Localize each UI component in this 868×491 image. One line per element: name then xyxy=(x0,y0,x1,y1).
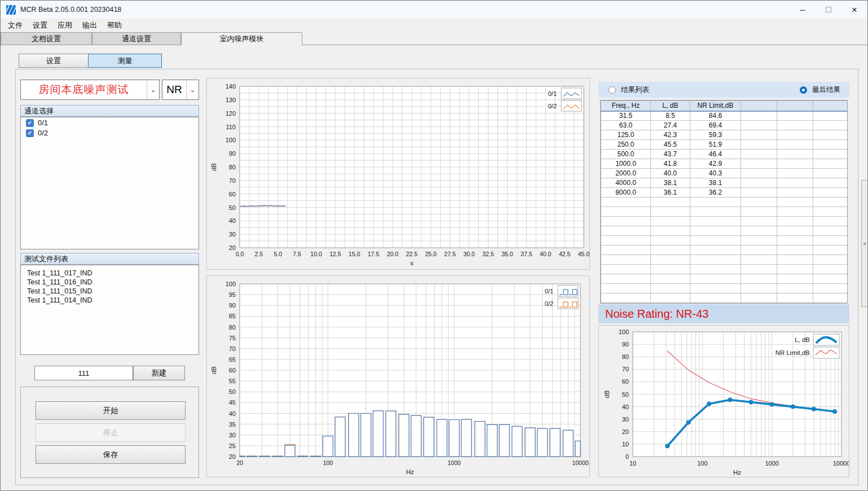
table-cell[interactable] xyxy=(777,178,813,188)
table-cell[interactable] xyxy=(651,217,690,226)
table-cell[interactable] xyxy=(741,178,777,188)
table-cell[interactable] xyxy=(813,236,848,246)
table-cell[interactable] xyxy=(777,121,813,130)
table-cell[interactable]: 63.0 xyxy=(601,121,651,130)
tab-document-settings[interactable]: 文档设置 xyxy=(1,32,92,45)
table-cell[interactable] xyxy=(651,274,690,284)
table-cell[interactable] xyxy=(813,121,848,130)
chevron-down-icon[interactable]: ⌄ xyxy=(186,80,199,99)
table-cell[interactable] xyxy=(813,246,848,255)
chevron-down-icon[interactable]: ⌄ xyxy=(147,80,159,99)
table-cell[interactable] xyxy=(651,255,690,265)
radio-last-result[interactable] xyxy=(800,86,807,94)
maximize-button[interactable] xyxy=(816,1,841,19)
table-row[interactable] xyxy=(601,265,848,274)
table-cell[interactable] xyxy=(777,274,813,284)
table-cell[interactable]: 51.9 xyxy=(690,140,741,150)
table-cell[interactable] xyxy=(690,226,741,236)
test-type-combobox[interactable]: 房间本底噪声测试 ⌄ xyxy=(20,80,160,100)
table-cell[interactable]: 40.0 xyxy=(651,169,690,178)
table-cell[interactable] xyxy=(741,150,777,159)
channel-item[interactable]: ✔ 0/1 xyxy=(21,117,199,128)
table-cell[interactable] xyxy=(813,188,848,198)
table-cell[interactable]: 69.4 xyxy=(690,121,741,130)
menu-settings[interactable]: 设置 xyxy=(28,19,52,32)
table-cell[interactable] xyxy=(777,159,813,169)
table-cell[interactable] xyxy=(813,265,848,274)
table-cell[interactable]: 40.3 xyxy=(690,169,741,178)
table-row[interactable] xyxy=(601,236,848,246)
table-row[interactable]: 250.045.551.9 xyxy=(601,140,848,150)
table-cell[interactable] xyxy=(813,293,848,303)
table-cell[interactable] xyxy=(741,169,777,178)
table-cell[interactable] xyxy=(741,274,777,284)
table-cell[interactable] xyxy=(777,217,813,226)
table-row[interactable] xyxy=(601,207,848,217)
table-cell[interactable] xyxy=(690,284,741,293)
table-cell[interactable] xyxy=(741,246,777,255)
radio-result-list[interactable] xyxy=(609,86,616,94)
table-cell[interactable] xyxy=(741,121,777,130)
table-cell[interactable] xyxy=(741,159,777,169)
results-table[interactable]: Freq., HzL, dBNR Limit,dB 31.58.584.6 63… xyxy=(600,100,848,304)
file-name-input[interactable] xyxy=(34,366,133,380)
table-cell[interactable] xyxy=(777,265,813,274)
table-cell[interactable] xyxy=(690,217,741,226)
table-cell[interactable] xyxy=(601,226,651,236)
table-cell[interactable] xyxy=(741,226,777,236)
radio-last-result-label[interactable]: 最后结果 xyxy=(812,85,840,95)
table-row[interactable] xyxy=(601,255,848,265)
table-row[interactable] xyxy=(601,303,848,304)
collapse-panel-handle[interactable]: < xyxy=(861,180,868,307)
table-cell[interactable] xyxy=(813,217,848,226)
menu-help[interactable]: 帮助 xyxy=(102,19,127,32)
table-row[interactable]: 125.042.359.3 xyxy=(601,130,848,140)
table-cell[interactable] xyxy=(651,293,690,303)
table-cell[interactable] xyxy=(777,150,813,159)
table-cell[interactable]: 36.2 xyxy=(690,188,741,198)
table-cell[interactable]: 84.6 xyxy=(690,111,741,121)
table-cell[interactable]: 42.9 xyxy=(690,159,741,169)
table-row[interactable]: 4000.038.138.1 xyxy=(601,178,848,188)
menu-output[interactable]: 输出 xyxy=(77,19,102,32)
channel-item[interactable]: ✔ 0/2 xyxy=(21,128,199,138)
table-cell[interactable] xyxy=(813,198,848,207)
table-cell[interactable] xyxy=(777,293,813,303)
table-cell[interactable] xyxy=(690,236,741,246)
table-row[interactable]: 500.043.746.4 xyxy=(601,150,848,159)
table-cell[interactable] xyxy=(813,111,848,121)
table-cell[interactable] xyxy=(690,274,741,284)
table-cell[interactable] xyxy=(651,303,690,304)
table-row[interactable]: 63.027.469.4 xyxy=(601,121,848,130)
table-cell[interactable] xyxy=(741,207,777,217)
results-column-header[interactable]: Freq., Hz xyxy=(601,101,651,111)
table-cell[interactable]: 125.0 xyxy=(601,130,651,140)
table-cell[interactable] xyxy=(601,207,651,217)
table-cell[interactable] xyxy=(651,226,690,236)
table-cell[interactable] xyxy=(651,207,690,217)
table-cell[interactable] xyxy=(601,217,651,226)
table-cell[interactable] xyxy=(813,140,848,150)
table-cell[interactable] xyxy=(813,150,848,159)
table-cell[interactable]: 4000.0 xyxy=(601,178,651,188)
channel-listbox[interactable]: ✔ 0/1 ✔ 0/2 xyxy=(20,117,199,249)
table-cell[interactable] xyxy=(813,178,848,188)
table-cell[interactable]: 42.3 xyxy=(651,130,690,140)
table-cell[interactable] xyxy=(777,246,813,255)
table-cell[interactable] xyxy=(777,111,813,121)
table-cell[interactable] xyxy=(651,198,690,207)
table-cell[interactable] xyxy=(741,255,777,265)
table-cell[interactable] xyxy=(813,169,848,178)
table-cell[interactable]: 500.0 xyxy=(601,150,651,159)
table-cell[interactable] xyxy=(601,303,651,304)
table-cell[interactable]: 45.5 xyxy=(651,140,690,150)
table-cell[interactable] xyxy=(741,140,777,150)
close-button[interactable]: ✕ xyxy=(841,1,867,19)
table-cell[interactable] xyxy=(601,198,651,207)
table-cell[interactable] xyxy=(690,255,741,265)
table-cell[interactable] xyxy=(741,111,777,121)
table-cell[interactable] xyxy=(651,246,690,255)
table-cell[interactable] xyxy=(777,188,813,198)
tab-indoor-noise-module[interactable]: 室内噪声模块 xyxy=(181,32,302,45)
table-cell[interactable] xyxy=(601,246,651,255)
